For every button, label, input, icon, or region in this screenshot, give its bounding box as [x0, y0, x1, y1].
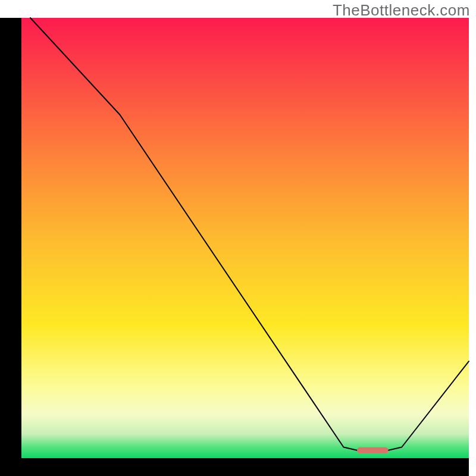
bottleneck-chart	[0, 0, 476, 476]
optimal-range-marker	[357, 447, 389, 453]
watermark-text: TheBottleneck.com	[333, 1, 470, 20]
frame-left	[0, 18, 21, 476]
chart-container: TheBottleneck.com	[0, 0, 476, 476]
frame-bottom	[0, 458, 469, 476]
plot-background	[21, 18, 469, 458]
